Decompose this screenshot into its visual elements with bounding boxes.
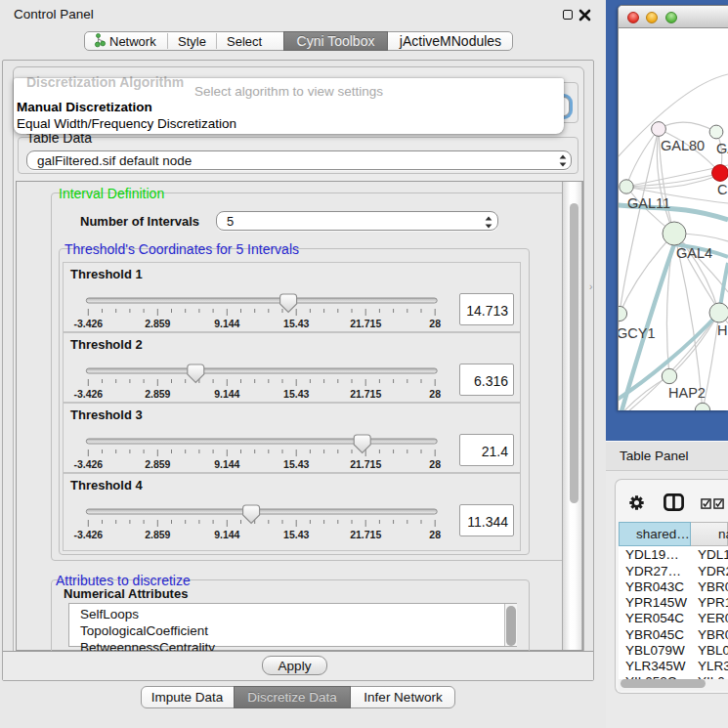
svg-text:2.859: 2.859	[145, 529, 170, 540]
svg-text:15.43: 15.43	[283, 388, 309, 400]
svg-text:2.859: 2.859	[145, 388, 170, 400]
svg-text:28: 28	[429, 318, 441, 329]
svg-text:28: 28	[429, 458, 441, 470]
svg-text:21.715: 21.715	[350, 529, 381, 540]
svg-text:28: 28	[429, 529, 441, 540]
svg-text:-3.426: -3.426	[73, 388, 103, 400]
svg-text:2.859: 2.859	[145, 458, 170, 470]
svg-text:H: H	[717, 322, 727, 338]
svg-text:GA: GA	[716, 141, 728, 156]
svg-text:9.144: 9.144	[214, 529, 239, 540]
svg-text:GAL11: GAL11	[627, 195, 670, 211]
svg-text:-3.426: -3.426	[73, 458, 103, 470]
svg-text:2.859: 2.859	[145, 318, 170, 329]
svg-text:9.144: 9.144	[214, 318, 239, 329]
svg-text:21.715: 21.715	[350, 458, 381, 470]
svg-text:C: C	[717, 182, 727, 197]
svg-text:28: 28	[429, 388, 441, 400]
svg-text:15.43: 15.43	[283, 318, 309, 329]
svg-text:9.144: 9.144	[214, 458, 239, 470]
svg-text:9.144: 9.144	[214, 388, 239, 400]
svg-text:GCY1: GCY1	[618, 325, 656, 341]
svg-text:HAP2: HAP2	[668, 385, 706, 401]
svg-text:-3.426: -3.426	[73, 318, 103, 329]
svg-text:21.715: 21.715	[350, 318, 381, 329]
svg-text:GAL4: GAL4	[676, 245, 712, 261]
svg-text:GAL80: GAL80	[661, 138, 705, 153]
svg-text:15.43: 15.43	[283, 458, 309, 470]
svg-text:21.715: 21.715	[350, 388, 381, 400]
svg-text:-3.426: -3.426	[73, 529, 103, 540]
svg-text:15.43: 15.43	[283, 529, 309, 540]
